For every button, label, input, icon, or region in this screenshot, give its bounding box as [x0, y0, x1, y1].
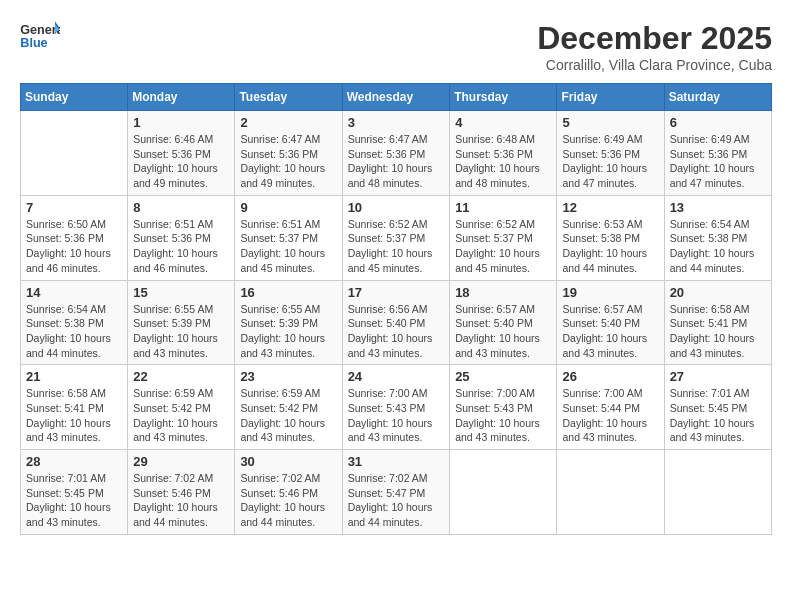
calendar-cell: [21, 111, 128, 196]
calendar-cell: 17Sunrise: 6:56 AMSunset: 5:40 PMDayligh…: [342, 280, 450, 365]
calendar-week-row: 28Sunrise: 7:01 AMSunset: 5:45 PMDayligh…: [21, 450, 772, 535]
day-info: Sunrise: 7:00 AMSunset: 5:43 PMDaylight:…: [348, 386, 445, 445]
calendar-cell: 8Sunrise: 6:51 AMSunset: 5:36 PMDaylight…: [128, 195, 235, 280]
day-info: Sunrise: 6:51 AMSunset: 5:37 PMDaylight:…: [240, 217, 336, 276]
day-number: 23: [240, 369, 336, 384]
calendar-cell: 5Sunrise: 6:49 AMSunset: 5:36 PMDaylight…: [557, 111, 664, 196]
day-number: 4: [455, 115, 551, 130]
calendar-cell: 7Sunrise: 6:50 AMSunset: 5:36 PMDaylight…: [21, 195, 128, 280]
calendar-header-row: SundayMondayTuesdayWednesdayThursdayFrid…: [21, 84, 772, 111]
day-info: Sunrise: 6:59 AMSunset: 5:42 PMDaylight:…: [133, 386, 229, 445]
calendar-day-header: Tuesday: [235, 84, 342, 111]
day-info: Sunrise: 7:02 AMSunset: 5:46 PMDaylight:…: [133, 471, 229, 530]
calendar-week-row: 1Sunrise: 6:46 AMSunset: 5:36 PMDaylight…: [21, 111, 772, 196]
day-info: Sunrise: 6:49 AMSunset: 5:36 PMDaylight:…: [562, 132, 658, 191]
calendar-cell: 23Sunrise: 6:59 AMSunset: 5:42 PMDayligh…: [235, 365, 342, 450]
calendar-cell: 14Sunrise: 6:54 AMSunset: 5:38 PMDayligh…: [21, 280, 128, 365]
day-info: Sunrise: 6:54 AMSunset: 5:38 PMDaylight:…: [26, 302, 122, 361]
logo: General Blue: [20, 20, 64, 50]
calendar-cell: 13Sunrise: 6:54 AMSunset: 5:38 PMDayligh…: [664, 195, 771, 280]
day-info: Sunrise: 6:55 AMSunset: 5:39 PMDaylight:…: [133, 302, 229, 361]
day-info: Sunrise: 6:47 AMSunset: 5:36 PMDaylight:…: [240, 132, 336, 191]
day-number: 19: [562, 285, 658, 300]
calendar-cell: 28Sunrise: 7:01 AMSunset: 5:45 PMDayligh…: [21, 450, 128, 535]
calendar-cell: 25Sunrise: 7:00 AMSunset: 5:43 PMDayligh…: [450, 365, 557, 450]
calendar-cell: [557, 450, 664, 535]
day-number: 8: [133, 200, 229, 215]
calendar-cell: 12Sunrise: 6:53 AMSunset: 5:38 PMDayligh…: [557, 195, 664, 280]
calendar-cell: [450, 450, 557, 535]
month-title: December 2025: [537, 20, 772, 57]
day-info: Sunrise: 6:52 AMSunset: 5:37 PMDaylight:…: [455, 217, 551, 276]
calendar-cell: 4Sunrise: 6:48 AMSunset: 5:36 PMDaylight…: [450, 111, 557, 196]
day-number: 7: [26, 200, 122, 215]
day-number: 22: [133, 369, 229, 384]
day-number: 6: [670, 115, 766, 130]
calendar-cell: 18Sunrise: 6:57 AMSunset: 5:40 PMDayligh…: [450, 280, 557, 365]
day-info: Sunrise: 6:53 AMSunset: 5:38 PMDaylight:…: [562, 217, 658, 276]
day-number: 21: [26, 369, 122, 384]
day-number: 29: [133, 454, 229, 469]
day-number: 15: [133, 285, 229, 300]
calendar-cell: 16Sunrise: 6:55 AMSunset: 5:39 PMDayligh…: [235, 280, 342, 365]
calendar-cell: 11Sunrise: 6:52 AMSunset: 5:37 PMDayligh…: [450, 195, 557, 280]
calendar-cell: 20Sunrise: 6:58 AMSunset: 5:41 PMDayligh…: [664, 280, 771, 365]
day-info: Sunrise: 6:49 AMSunset: 5:36 PMDaylight:…: [670, 132, 766, 191]
calendar-day-header: Thursday: [450, 84, 557, 111]
day-info: Sunrise: 6:48 AMSunset: 5:36 PMDaylight:…: [455, 132, 551, 191]
day-info: Sunrise: 6:58 AMSunset: 5:41 PMDaylight:…: [670, 302, 766, 361]
day-number: 11: [455, 200, 551, 215]
day-number: 28: [26, 454, 122, 469]
day-info: Sunrise: 7:00 AMSunset: 5:44 PMDaylight:…: [562, 386, 658, 445]
calendar-day-header: Monday: [128, 84, 235, 111]
calendar-week-row: 14Sunrise: 6:54 AMSunset: 5:38 PMDayligh…: [21, 280, 772, 365]
day-number: 2: [240, 115, 336, 130]
day-number: 26: [562, 369, 658, 384]
page-header: General Blue December 2025 Corralillo, V…: [20, 20, 772, 73]
day-info: Sunrise: 6:59 AMSunset: 5:42 PMDaylight:…: [240, 386, 336, 445]
calendar-cell: 1Sunrise: 6:46 AMSunset: 5:36 PMDaylight…: [128, 111, 235, 196]
day-info: Sunrise: 7:02 AMSunset: 5:46 PMDaylight:…: [240, 471, 336, 530]
calendar-cell: 21Sunrise: 6:58 AMSunset: 5:41 PMDayligh…: [21, 365, 128, 450]
calendar-cell: 27Sunrise: 7:01 AMSunset: 5:45 PMDayligh…: [664, 365, 771, 450]
svg-text:Blue: Blue: [20, 36, 47, 50]
day-info: Sunrise: 6:58 AMSunset: 5:41 PMDaylight:…: [26, 386, 122, 445]
calendar-day-header: Friday: [557, 84, 664, 111]
calendar-cell: 29Sunrise: 7:02 AMSunset: 5:46 PMDayligh…: [128, 450, 235, 535]
calendar-cell: 26Sunrise: 7:00 AMSunset: 5:44 PMDayligh…: [557, 365, 664, 450]
day-info: Sunrise: 7:02 AMSunset: 5:47 PMDaylight:…: [348, 471, 445, 530]
day-info: Sunrise: 7:01 AMSunset: 5:45 PMDaylight:…: [670, 386, 766, 445]
calendar-cell: 3Sunrise: 6:47 AMSunset: 5:36 PMDaylight…: [342, 111, 450, 196]
calendar-cell: 10Sunrise: 6:52 AMSunset: 5:37 PMDayligh…: [342, 195, 450, 280]
day-info: Sunrise: 7:00 AMSunset: 5:43 PMDaylight:…: [455, 386, 551, 445]
calendar-day-header: Sunday: [21, 84, 128, 111]
day-number: 5: [562, 115, 658, 130]
day-number: 12: [562, 200, 658, 215]
day-info: Sunrise: 6:50 AMSunset: 5:36 PMDaylight:…: [26, 217, 122, 276]
calendar-cell: 22Sunrise: 6:59 AMSunset: 5:42 PMDayligh…: [128, 365, 235, 450]
day-info: Sunrise: 6:55 AMSunset: 5:39 PMDaylight:…: [240, 302, 336, 361]
day-info: Sunrise: 6:57 AMSunset: 5:40 PMDaylight:…: [455, 302, 551, 361]
calendar-cell: 6Sunrise: 6:49 AMSunset: 5:36 PMDaylight…: [664, 111, 771, 196]
day-info: Sunrise: 7:01 AMSunset: 5:45 PMDaylight:…: [26, 471, 122, 530]
location: Corralillo, Villa Clara Province, Cuba: [537, 57, 772, 73]
title-block: December 2025 Corralillo, Villa Clara Pr…: [537, 20, 772, 73]
day-number: 31: [348, 454, 445, 469]
calendar-cell: 2Sunrise: 6:47 AMSunset: 5:36 PMDaylight…: [235, 111, 342, 196]
calendar-cell: [664, 450, 771, 535]
day-number: 16: [240, 285, 336, 300]
day-info: Sunrise: 6:52 AMSunset: 5:37 PMDaylight:…: [348, 217, 445, 276]
day-number: 20: [670, 285, 766, 300]
day-info: Sunrise: 6:57 AMSunset: 5:40 PMDaylight:…: [562, 302, 658, 361]
day-number: 14: [26, 285, 122, 300]
calendar-day-header: Saturday: [664, 84, 771, 111]
logo-icon: General Blue: [20, 20, 60, 50]
calendar-cell: 15Sunrise: 6:55 AMSunset: 5:39 PMDayligh…: [128, 280, 235, 365]
day-number: 17: [348, 285, 445, 300]
calendar-table: SundayMondayTuesdayWednesdayThursdayFrid…: [20, 83, 772, 535]
calendar-week-row: 21Sunrise: 6:58 AMSunset: 5:41 PMDayligh…: [21, 365, 772, 450]
day-number: 25: [455, 369, 551, 384]
day-number: 10: [348, 200, 445, 215]
calendar-day-header: Wednesday: [342, 84, 450, 111]
calendar-week-row: 7Sunrise: 6:50 AMSunset: 5:36 PMDaylight…: [21, 195, 772, 280]
